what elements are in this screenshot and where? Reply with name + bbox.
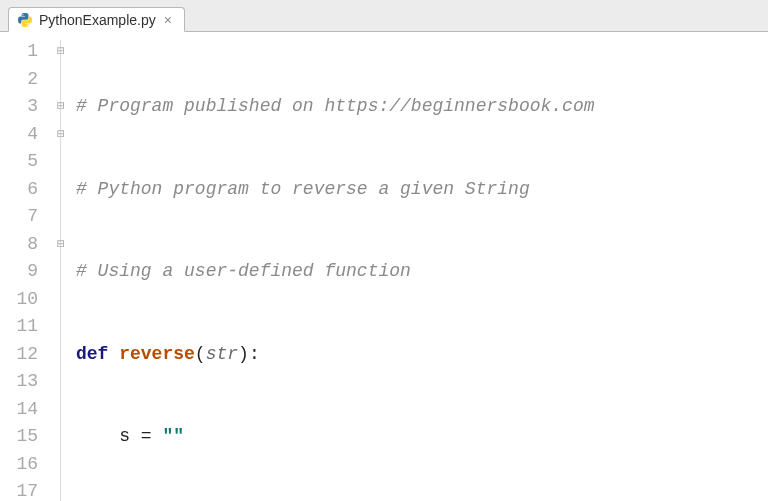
- line-number-gutter: 1 2 3 4 5 6 7 8 9 10 11 12 13 14 15 16 1…: [0, 32, 50, 501]
- fold-spacer: [50, 148, 72, 176]
- line-number: 11: [0, 313, 38, 341]
- tab-bar: PythonExample.py ×: [0, 0, 768, 32]
- fold-spacer: [50, 396, 72, 424]
- fold-toggle-icon[interactable]: ⊟: [50, 38, 72, 66]
- fold-toggle-icon[interactable]: ⊟: [50, 121, 72, 149]
- fold-spacer: [50, 176, 72, 204]
- line-number: 9: [0, 258, 38, 286]
- fold-spacer: [50, 423, 72, 451]
- code-line: # Python program to reverse a given Stri…: [76, 176, 768, 204]
- line-number: 13: [0, 368, 38, 396]
- fold-spacer: [50, 203, 72, 231]
- line-number: 6: [0, 176, 38, 204]
- code-area[interactable]: # Program published on https://beginners…: [72, 32, 768, 501]
- line-number: 2: [0, 66, 38, 94]
- line-number: 3: [0, 93, 38, 121]
- line-number: 7: [0, 203, 38, 231]
- python-file-icon: [17, 12, 33, 28]
- file-tab[interactable]: PythonExample.py ×: [8, 7, 185, 32]
- fold-spacer: [50, 286, 72, 314]
- fold-spacer: [50, 341, 72, 369]
- fold-spacer: [50, 66, 72, 94]
- file-tab-label: PythonExample.py: [39, 12, 156, 28]
- line-number: 1: [0, 38, 38, 66]
- line-number: 14: [0, 396, 38, 424]
- code-line: # Program published on https://beginners…: [76, 93, 768, 121]
- code-line: def reverse(str):: [76, 341, 768, 369]
- line-number: 8: [0, 231, 38, 259]
- code-line: # Using a user-defined function: [76, 258, 768, 286]
- code-editor[interactable]: 1 2 3 4 5 6 7 8 9 10 11 12 13 14 15 16 1…: [0, 32, 768, 501]
- fold-toggle-icon[interactable]: ⊟: [50, 93, 72, 121]
- code-line: s = "": [76, 423, 768, 451]
- line-number: 10: [0, 286, 38, 314]
- fold-toggle-icon[interactable]: ⊟: [50, 231, 72, 259]
- line-number: 5: [0, 148, 38, 176]
- line-number: 15: [0, 423, 38, 451]
- line-number: 4: [0, 121, 38, 149]
- fold-spacer: [50, 313, 72, 341]
- line-number: 16: [0, 451, 38, 479]
- fold-spacer: [50, 451, 72, 479]
- fold-spacer: [50, 258, 72, 286]
- line-number: 12: [0, 341, 38, 369]
- fold-spacer: [50, 478, 72, 501]
- fold-gutter: ⊟ ⊟ ⊟ ⊟: [50, 32, 72, 501]
- close-tab-icon[interactable]: ×: [162, 13, 174, 27]
- line-number: 17: [0, 478, 38, 501]
- fold-spacer: [50, 368, 72, 396]
